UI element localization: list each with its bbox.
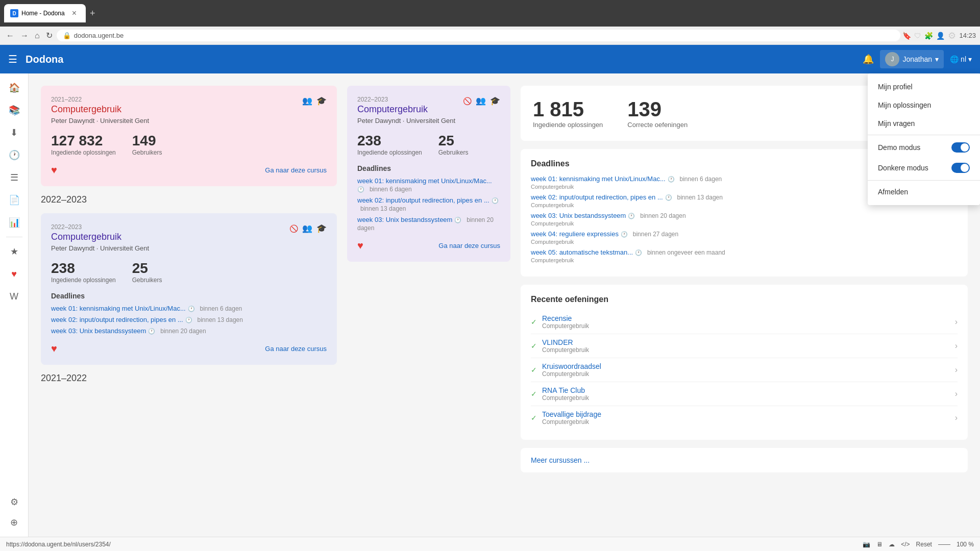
dark-mode-toggle[interactable] (951, 163, 970, 173)
app-logo: Dodona (26, 54, 63, 65)
user-menu-button[interactable]: J Jonathan ▾ (880, 50, 944, 68)
right-deadline-time-4: binnen 27 dagen (633, 231, 678, 238)
user-dropdown-menu: Mijn profiel Mijn oplossingen Mijn vrage… (868, 73, 980, 205)
card-3-users: 25 Gebruikers (132, 260, 162, 284)
card-3-deadline-link-2[interactable]: week 02: input/output redirection, pipes… (51, 316, 183, 323)
language-button[interactable]: 🌐 nl ▾ (950, 55, 972, 63)
correct-exercises-value: 139 (627, 98, 688, 121)
zoom-level: 100 % (957, 541, 974, 548)
card-3-deadline-link-1[interactable]: week 01: kennismaking met Unix/Linux/Mac… (51, 305, 186, 312)
card-2-footer: ♥ Ga naar deze cursus (357, 240, 500, 252)
dropdown-item-questions[interactable]: Mijn vragen (868, 114, 980, 133)
right-deadline-link-3[interactable]: week 03: Unix bestandssysteem (531, 212, 626, 219)
dropdown-item-logout[interactable]: Afmelden (868, 183, 980, 201)
right-deadline-3: week 03: Unix bestandssysteem 🕐 binnen 2… (531, 211, 958, 227)
chevron-right-icon-3: › (955, 365, 958, 374)
notification-bell-icon[interactable]: 🔔 (863, 54, 874, 65)
favorite-icon-card-3[interactable]: ♥ (51, 343, 57, 355)
recent-item-5[interactable]: ✓ Toevallige bijdrage Computergebruik › (531, 406, 958, 430)
total-submissions-value: 1 815 (533, 98, 603, 121)
new-tab-button[interactable]: + (90, 8, 95, 19)
sidebar-item-home[interactable]: 🏠 (4, 78, 24, 98)
goto-link-card-3[interactable]: Ga naar deze cursus (265, 345, 327, 353)
sidebar-item-list[interactable]: ☰ (4, 167, 24, 188)
right-deadline-time-5: binnen ongeveer een maand (647, 249, 725, 256)
more-courses-link[interactable]: Meer cursussen ... (531, 456, 590, 464)
check-icon-4: ✓ (531, 390, 537, 398)
graduation-icon-3: 🎓 (316, 223, 327, 233)
reset-label[interactable]: Reset (916, 541, 932, 548)
right-clock-2: 🕐 (665, 194, 672, 201)
questions-label: Mijn vragen (878, 119, 915, 128)
dropdown-item-dark[interactable]: Donkere modus (868, 158, 980, 178)
card-2-instructor: Peter Dawyndt · Universiteit Gent (357, 117, 500, 124)
favorite-icon-card-2[interactable]: ♥ (357, 240, 363, 252)
card-2-stats: 238 Ingediende oplossingen 25 Gebruikers (357, 133, 500, 156)
right-deadline-time-3: binnen 20 dagen (640, 212, 685, 219)
sidebar-item-wiki[interactable]: W (4, 286, 24, 307)
recent-item-3[interactable]: ✓ Kruiswoordraadsel Computergebruik › (531, 358, 958, 382)
right-deadline-time-1: binnen 6 dagen (680, 176, 722, 183)
tab-close-icon[interactable]: × (72, 9, 77, 18)
recent-item-2[interactable]: ✓ VLINDER Computergebruik › (531, 334, 958, 358)
hamburger-menu[interactable]: ☰ (8, 53, 17, 65)
right-deadline-link-4[interactable]: week 04: reguliere expressies (531, 230, 619, 238)
sidebar-item-add[interactable]: ⊕ (4, 512, 24, 533)
sidebar-divider-1 (6, 237, 22, 237)
sidebar-item-text[interactable]: 📄 (4, 190, 24, 210)
dropdown-item-profile[interactable]: Mijn profiel (868, 78, 980, 96)
user-icon: 👤 (936, 32, 945, 40)
card-2-time-2: binnen 13 dagen (360, 205, 406, 212)
check-icon-2: ✓ (531, 342, 537, 350)
zoom-slider[interactable]: —— (938, 541, 950, 548)
back-button[interactable]: ← (4, 29, 16, 42)
card-2-deadline-link-2[interactable]: week 02: input/output redirection, pipes… (357, 196, 489, 204)
goto-link-card-1[interactable]: Ga naar deze cursus (265, 166, 327, 174)
card-2-deadline-link-3[interactable]: week 03: Unix bestandssysteem (357, 216, 452, 223)
card-3-title-block: 2022–2023 Computergebruik (51, 223, 121, 242)
sidebar-item-settings[interactable]: ⚙ (4, 492, 24, 512)
dropdown-item-demo[interactable]: Demo modus (868, 137, 980, 158)
recent-exercises-card: Recente oefeningen ✓ Recensie Computerge… (521, 285, 968, 440)
sidebar-item-history[interactable]: 🕐 (4, 145, 24, 165)
sidebar-item-courses[interactable]: 📚 (4, 100, 24, 120)
chevron-down-icon: ▾ (935, 55, 939, 63)
sidebar-item-download[interactable]: ⬇ (4, 122, 24, 143)
refresh-button[interactable]: ↻ (44, 29, 55, 42)
course-card-3: 2022–2023 Computergebruik 🚫 👥 🎓 Peter Da… (41, 213, 337, 365)
forward-button[interactable]: → (18, 29, 31, 42)
right-deadline-link-5[interactable]: week 05: automatische tekstman... (531, 248, 633, 256)
card-2-deadline-link-1[interactable]: week 01: kennismaking met Unix/Linux/Mac… (357, 177, 492, 185)
sidebar-item-heart[interactable]: ♥ (4, 264, 24, 284)
recent-item-4[interactable]: ✓ RNA Tie Club Computergebruik › (531, 382, 958, 406)
screenshot-icon: 📷 (863, 541, 870, 548)
recent-card-title: Recente oefeningen (531, 295, 958, 304)
right-deadline-link-2[interactable]: week 02: input/output redirection, pipes… (531, 193, 663, 201)
recent-item-1[interactable]: ✓ Recensie Computergebruik › (531, 310, 958, 334)
card-1-users-value: 149 (132, 133, 162, 149)
recent-item-3-name: Kruiswoordraadsel (542, 362, 955, 370)
demo-mode-toggle[interactable] (951, 142, 970, 153)
home-button[interactable]: ⌂ (33, 29, 42, 42)
sidebar-item-graph[interactable]: 📊 (4, 212, 24, 233)
section-title-2021: 2021–2022 (41, 373, 337, 384)
chevron-right-icon-4: › (955, 389, 958, 398)
total-submissions-label: Ingediende oplossingen (533, 121, 603, 129)
settings-icon: ⚙ (948, 30, 956, 41)
profile-label: Mijn profiel (878, 83, 913, 91)
sidebar-item-star[interactable]: ★ (4, 241, 24, 262)
card-3-deadline-link-3[interactable]: week 03: Unix bestandssysteem (51, 327, 146, 335)
right-deadline-link-1[interactable]: week 01: kennismaking met Unix/Linux/Mac… (531, 175, 666, 183)
favorite-icon-card-1[interactable]: ♥ (51, 164, 57, 176)
bookmark-icon[interactable]: 🔖 (902, 32, 911, 40)
card-3-deadline-time-3: binnen 20 dagen (160, 328, 206, 335)
card-3-users-label: Gebruikers (132, 277, 162, 284)
address-bar[interactable]: 🔒 dodona.ugent.be (57, 30, 901, 41)
right-deadline-course-3: Computergebruik (531, 220, 958, 227)
dropdown-item-solutions[interactable]: Mijn oplossingen (868, 96, 980, 114)
card-1-users-label: Gebruikers (132, 149, 162, 156)
browser-tab[interactable]: D Home - Dodona × (4, 4, 86, 22)
goto-link-card-2[interactable]: Ga naar deze cursus (438, 242, 500, 249)
extension-icon: 🧩 (924, 32, 933, 40)
card-2-header: 2022–2023 Computergebruik 🚫 👥 🎓 (357, 96, 500, 115)
